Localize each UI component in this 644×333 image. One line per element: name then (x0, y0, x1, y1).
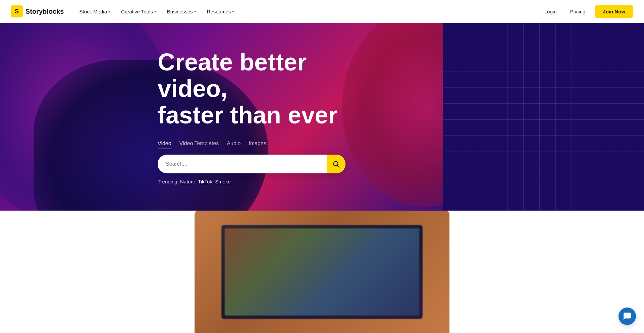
logo-icon: S (11, 5, 23, 17)
search-input[interactable] (158, 161, 327, 167)
navbar-right: Login Pricing Join Now (540, 5, 633, 18)
trending-section: Trending: Nature, TikTok, Smoke (158, 179, 359, 184)
nav-links: Stock Media ▾ Creative Tools ▾ Businesse… (74, 6, 540, 17)
nav-resources[interactable]: Resources ▾ (202, 6, 239, 17)
navbar: S Storyblocks Stock Media ▾ Creative Too… (0, 0, 644, 23)
chevron-down-icon: ▾ (154, 9, 156, 14)
pricing-link[interactable]: Pricing (566, 6, 589, 17)
trending-smoke[interactable]: Smoke (215, 179, 231, 184)
hero-content: Create better video, faster than ever Vi… (158, 49, 359, 185)
chat-icon (623, 312, 632, 321)
nav-creative-tools[interactable]: Creative Tools ▾ (116, 6, 161, 17)
tab-audio[interactable]: Audio (227, 141, 240, 149)
login-link[interactable]: Login (540, 6, 561, 17)
laptop-preview (195, 211, 449, 333)
laptop-screen-inner (225, 228, 419, 316)
nav-businesses[interactable]: Businesses ▾ (162, 6, 201, 17)
laptop-screen (221, 225, 423, 319)
join-now-button[interactable]: Join Now (595, 5, 633, 18)
tab-video[interactable]: Video (158, 141, 171, 149)
svg-line-1 (337, 165, 339, 167)
hero-grid-pattern (443, 23, 644, 211)
hero-title: Create better video, faster than ever (158, 49, 359, 129)
chevron-down-icon: ▾ (108, 9, 110, 14)
hero-section: Create better video, faster than ever Vi… (0, 23, 644, 211)
chevron-down-icon: ▾ (194, 9, 196, 14)
chat-support-button[interactable] (619, 308, 636, 325)
logo-link[interactable]: S Storyblocks (11, 5, 64, 17)
search-bar (158, 155, 345, 173)
trending-nature[interactable]: Nature (180, 179, 195, 184)
search-icon (332, 160, 340, 168)
trending-label: Trending: (158, 179, 179, 184)
tab-video-templates[interactable]: Video Templates (179, 141, 219, 149)
logo-name: Storyblocks (25, 8, 64, 15)
search-button[interactable] (327, 155, 345, 173)
trending-tiktok[interactable]: TikTok (198, 179, 212, 184)
nav-stock-media[interactable]: Stock Media ▾ (74, 6, 115, 17)
chevron-down-icon: ▾ (232, 9, 234, 14)
below-hero-section (0, 211, 644, 333)
tab-images[interactable]: Images (249, 141, 266, 149)
search-tabs: Video Video Templates Audio Images (158, 141, 359, 149)
